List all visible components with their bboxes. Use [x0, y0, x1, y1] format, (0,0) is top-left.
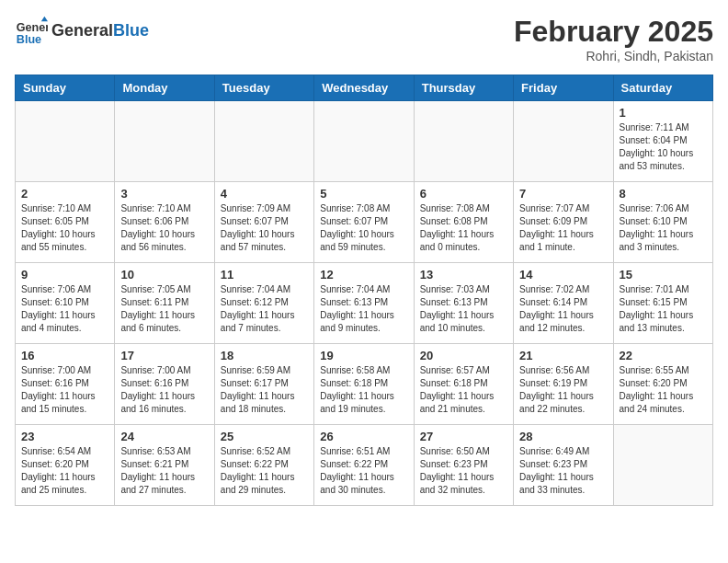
- day-info-27: Sunrise: 6:50 AM Sunset: 6:23 PM Dayligh…: [420, 445, 507, 497]
- day-cell-20: 20Sunrise: 6:57 AM Sunset: 6:18 PM Dayli…: [414, 344, 513, 425]
- day-info-2: Sunrise: 7:10 AM Sunset: 6:05 PM Dayligh…: [21, 202, 108, 254]
- day-cell-1: 1Sunrise: 7:11 AM Sunset: 6:04 PM Daylig…: [613, 101, 712, 182]
- day-info-21: Sunrise: 6:56 AM Sunset: 6:19 PM Dayligh…: [519, 364, 607, 416]
- day-cell-13: 13Sunrise: 7:03 AM Sunset: 6:13 PM Dayli…: [414, 263, 513, 344]
- week-row-1: 1Sunrise: 7:11 AM Sunset: 6:04 PM Daylig…: [16, 101, 713, 182]
- day-cell-23: 23Sunrise: 6:54 AM Sunset: 6:20 PM Dayli…: [16, 425, 115, 506]
- week-row-4: 16Sunrise: 7:00 AM Sunset: 6:16 PM Dayli…: [16, 344, 713, 425]
- day-cell-25: 25Sunrise: 6:52 AM Sunset: 6:22 PM Dayli…: [214, 425, 313, 506]
- day-cell-3: 3Sunrise: 7:10 AM Sunset: 6:06 PM Daylig…: [115, 182, 214, 263]
- day-cell-12: 12Sunrise: 7:04 AM Sunset: 6:13 PM Dayli…: [314, 263, 414, 344]
- day-number-10: 10: [120, 268, 208, 282]
- day-cell-28: 28Sunrise: 6:49 AM Sunset: 6:23 PM Dayli…: [514, 425, 613, 506]
- day-number-18: 18: [221, 349, 308, 362]
- header-monday: Monday: [115, 75, 214, 101]
- calendar-table: Sunday Monday Tuesday Wednesday Thursday…: [15, 75, 713, 506]
- day-number-27: 27: [420, 430, 507, 443]
- empty-cell: [414, 101, 513, 182]
- day-cell-2: 2Sunrise: 7:10 AM Sunset: 6:05 PM Daylig…: [16, 182, 115, 263]
- day-number-14: 14: [519, 268, 607, 282]
- day-number-8: 8: [620, 187, 707, 201]
- empty-cell: [314, 101, 414, 182]
- day-cell-17: 17Sunrise: 7:00 AM Sunset: 6:16 PM Dayli…: [115, 344, 214, 425]
- day-number-26: 26: [320, 430, 407, 443]
- day-info-4: Sunrise: 7:09 AM Sunset: 6:07 PM Dayligh…: [221, 202, 308, 254]
- day-number-15: 15: [620, 268, 707, 282]
- header-friday: Friday: [514, 75, 613, 101]
- calendar-subtitle: Rohri, Sindh, Pakistan: [514, 49, 713, 63]
- day-info-6: Sunrise: 7:08 AM Sunset: 6:08 PM Dayligh…: [420, 202, 507, 254]
- day-number-23: 23: [21, 430, 108, 443]
- day-cell-15: 15Sunrise: 7:01 AM Sunset: 6:15 PM Dayli…: [613, 263, 712, 344]
- day-number-2: 2: [21, 187, 108, 201]
- day-number-9: 9: [21, 268, 108, 282]
- day-cell-26: 26Sunrise: 6:51 AM Sunset: 6:22 PM Dayli…: [314, 425, 414, 506]
- day-number-3: 3: [120, 187, 208, 201]
- day-cell-24: 24Sunrise: 6:53 AM Sunset: 6:21 PM Dayli…: [115, 425, 214, 506]
- day-info-11: Sunrise: 7:04 AM Sunset: 6:12 PM Dayligh…: [221, 283, 308, 335]
- day-cell-18: 18Sunrise: 6:59 AM Sunset: 6:17 PM Dayli…: [214, 344, 313, 425]
- day-cell-7: 7Sunrise: 7:07 AM Sunset: 6:09 PM Daylig…: [514, 182, 613, 263]
- day-info-25: Sunrise: 6:52 AM Sunset: 6:22 PM Dayligh…: [221, 445, 308, 497]
- day-number-28: 28: [519, 430, 607, 443]
- day-info-22: Sunrise: 6:55 AM Sunset: 6:20 PM Dayligh…: [620, 364, 707, 416]
- day-info-20: Sunrise: 6:57 AM Sunset: 6:18 PM Dayligh…: [420, 364, 507, 416]
- header-tuesday: Tuesday: [214, 75, 313, 101]
- header-sunday: Sunday: [16, 75, 115, 101]
- day-number-20: 20: [420, 349, 507, 362]
- empty-cell: [214, 101, 313, 182]
- logo-general: GeneralBlue: [51, 22, 149, 40]
- svg-text:Blue: Blue: [17, 33, 41, 46]
- day-number-24: 24: [120, 430, 208, 443]
- day-info-16: Sunrise: 7:00 AM Sunset: 6:16 PM Dayligh…: [21, 364, 108, 416]
- logo-icon: General Blue: [15, 15, 48, 48]
- week-row-2: 2Sunrise: 7:10 AM Sunset: 6:05 PM Daylig…: [16, 182, 713, 263]
- page-header: General Blue GeneralBlue February 2025 R…: [15, 15, 713, 63]
- day-cell-16: 16Sunrise: 7:00 AM Sunset: 6:16 PM Dayli…: [16, 344, 115, 425]
- svg-marker-2: [41, 17, 48, 21]
- day-cell-22: 22Sunrise: 6:55 AM Sunset: 6:20 PM Dayli…: [613, 344, 712, 425]
- day-info-1: Sunrise: 7:11 AM Sunset: 6:04 PM Dayligh…: [620, 121, 707, 173]
- day-info-9: Sunrise: 7:06 AM Sunset: 6:10 PM Dayligh…: [21, 283, 108, 335]
- day-number-5: 5: [320, 187, 407, 201]
- day-info-7: Sunrise: 7:07 AM Sunset: 6:09 PM Dayligh…: [519, 202, 607, 254]
- day-number-16: 16: [21, 349, 108, 362]
- day-cell-19: 19Sunrise: 6:58 AM Sunset: 6:18 PM Dayli…: [314, 344, 414, 425]
- day-info-10: Sunrise: 7:05 AM Sunset: 6:11 PM Dayligh…: [120, 283, 208, 335]
- day-number-21: 21: [519, 349, 607, 362]
- empty-cell: [514, 101, 613, 182]
- day-cell-27: 27Sunrise: 6:50 AM Sunset: 6:23 PM Dayli…: [414, 425, 513, 506]
- day-info-24: Sunrise: 6:53 AM Sunset: 6:21 PM Dayligh…: [120, 445, 208, 497]
- day-cell-11: 11Sunrise: 7:04 AM Sunset: 6:12 PM Dayli…: [214, 263, 313, 344]
- day-info-19: Sunrise: 6:58 AM Sunset: 6:18 PM Dayligh…: [320, 364, 407, 416]
- day-number-13: 13: [420, 268, 507, 282]
- header-saturday: Saturday: [613, 75, 712, 101]
- day-number-22: 22: [620, 349, 707, 362]
- day-info-28: Sunrise: 6:49 AM Sunset: 6:23 PM Dayligh…: [519, 445, 607, 497]
- header-wednesday: Wednesday: [314, 75, 414, 101]
- day-cell-6: 6Sunrise: 7:08 AM Sunset: 6:08 PM Daylig…: [414, 182, 513, 263]
- day-cell-9: 9Sunrise: 7:06 AM Sunset: 6:10 PM Daylig…: [16, 263, 115, 344]
- empty-cell: [115, 101, 214, 182]
- logo: General Blue GeneralBlue: [15, 15, 149, 48]
- day-cell-4: 4Sunrise: 7:09 AM Sunset: 6:07 PM Daylig…: [214, 182, 313, 263]
- week-row-3: 9Sunrise: 7:06 AM Sunset: 6:10 PM Daylig…: [16, 263, 713, 344]
- empty-cell: [613, 425, 712, 506]
- day-number-7: 7: [519, 187, 607, 201]
- day-info-8: Sunrise: 7:06 AM Sunset: 6:10 PM Dayligh…: [620, 202, 707, 254]
- day-number-4: 4: [221, 187, 308, 201]
- week-row-5: 23Sunrise: 6:54 AM Sunset: 6:20 PM Dayli…: [16, 425, 713, 506]
- day-number-11: 11: [221, 268, 308, 282]
- day-number-1: 1: [620, 106, 707, 120]
- day-info-26: Sunrise: 6:51 AM Sunset: 6:22 PM Dayligh…: [320, 445, 407, 497]
- header-thursday: Thursday: [414, 75, 513, 101]
- day-number-17: 17: [120, 349, 208, 362]
- title-block: February 2025 Rohri, Sindh, Pakistan: [514, 15, 713, 63]
- day-cell-21: 21Sunrise: 6:56 AM Sunset: 6:19 PM Dayli…: [514, 344, 613, 425]
- day-cell-10: 10Sunrise: 7:05 AM Sunset: 6:11 PM Dayli…: [115, 263, 214, 344]
- day-number-6: 6: [420, 187, 507, 201]
- day-info-23: Sunrise: 6:54 AM Sunset: 6:20 PM Dayligh…: [21, 445, 108, 497]
- day-number-19: 19: [320, 349, 407, 362]
- day-info-5: Sunrise: 7:08 AM Sunset: 6:07 PM Dayligh…: [320, 202, 407, 254]
- day-info-3: Sunrise: 7:10 AM Sunset: 6:06 PM Dayligh…: [120, 202, 208, 254]
